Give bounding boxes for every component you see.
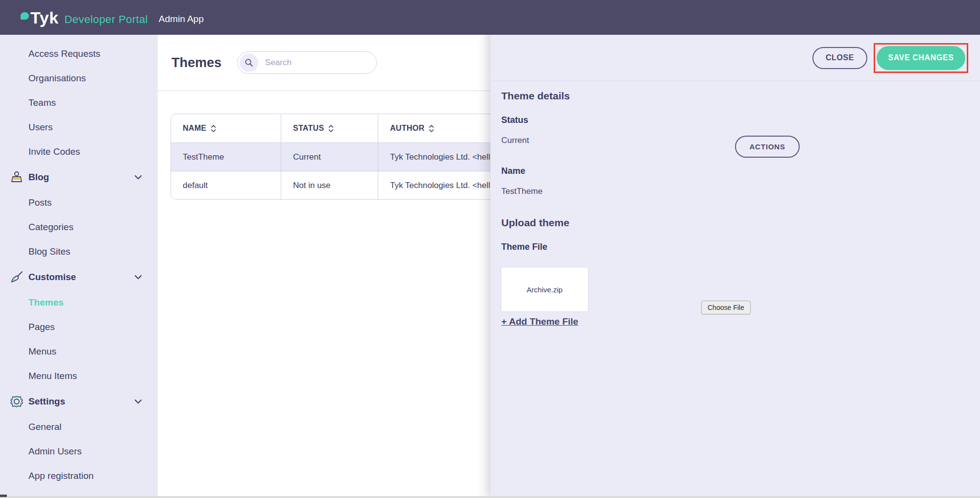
logo-text: Tyk	[30, 9, 59, 26]
sidebar-nav: Access Requests Organisations Teams User…	[0, 35, 158, 496]
theme-file-box[interactable]: Archive.zip	[501, 267, 588, 312]
tyk-logo: Tyk	[21, 9, 59, 26]
status-value: Current	[501, 136, 529, 145]
table-row-default-status[interactable]: Not in use	[281, 171, 378, 199]
gear-icon	[9, 394, 24, 409]
sidebar-section-settings[interactable]: Settings	[0, 388, 158, 415]
sidebar-section-customise[interactable]: Customise	[0, 264, 158, 290]
sidebar-item-access-requests[interactable]: Access Requests	[0, 42, 158, 66]
sidebar-item-users[interactable]: Users	[0, 115, 158, 140]
sidebar-item-app-registration[interactable]: App registration	[0, 464, 158, 488]
sidebar-item-menus[interactable]: Menus	[0, 339, 158, 364]
top-navbar: Tyk Developer Portal Admin App	[0, 0, 980, 35]
sidebar-item-blog-sites[interactable]: Blog Sites	[0, 239, 158, 264]
edit-themes-drawer: Edit Themes	[490, 0, 980, 498]
theme-file-name: Archive.zip	[527, 285, 563, 294]
table-row-testtheme-status[interactable]: Current	[281, 142, 378, 171]
name-label: Name	[501, 166, 525, 176]
search-input[interactable]	[265, 58, 363, 68]
status-label: Status	[501, 115, 528, 125]
app-label: Admin App	[159, 14, 204, 24]
add-theme-file-link[interactable]: + Add Theme File	[501, 316, 578, 327]
table-header-name[interactable]: NAME	[171, 114, 281, 142]
sort-icon	[428, 124, 435, 133]
bottom-scrollbar-track[interactable]	[0, 496, 980, 498]
sidebar-item-teams[interactable]: Teams	[0, 91, 158, 115]
sort-icon	[210, 124, 217, 133]
table-header-status[interactable]: STATUS	[281, 114, 378, 142]
sidebar-item-general[interactable]: General	[0, 415, 158, 439]
paintbrush-icon	[9, 269, 24, 285]
sidebar-item-invite-codes[interactable]: Invite Codes	[0, 140, 158, 164]
theme-file-label: Theme File	[501, 242, 547, 252]
theme-details-heading: Theme details	[501, 90, 570, 102]
chevron-down-icon	[134, 175, 142, 180]
sidebar-item-menu-items[interactable]: Menu Items	[0, 364, 158, 388]
search-icon	[240, 53, 258, 72]
table-row-default-name[interactable]: default	[171, 171, 281, 199]
sort-icon	[328, 124, 334, 133]
drawer-body: Theme details Status Current ACTIONS Nam…	[490, 81, 980, 498]
sidebar-item-organisations[interactable]: Organisations	[0, 66, 158, 91]
bottom-scrollbar-thumb[interactable]	[0, 495, 7, 497]
save-annotation-highlight: SAVE CHANGES	[874, 43, 968, 73]
search-field[interactable]	[237, 51, 377, 74]
close-button[interactable]: CLOSE	[812, 47, 867, 69]
upload-theme-heading: Upload theme	[501, 217, 569, 229]
page-title: Themes	[172, 55, 221, 71]
drawer-actionbar: CLOSE SAVE CHANGES	[490, 35, 980, 81]
actions-button[interactable]: ACTIONS	[735, 136, 800, 158]
blog-icon	[9, 169, 24, 185]
tyk-leaf-icon	[21, 12, 29, 20]
brand-title: Developer Portal	[65, 13, 148, 26]
name-value: TestTheme	[501, 187, 542, 196]
save-changes-button[interactable]: SAVE CHANGES	[877, 46, 965, 70]
chevron-down-icon	[134, 399, 142, 404]
sidebar-section-blog[interactable]: Blog	[0, 164, 158, 190]
table-row-testtheme-name[interactable]: TestTheme	[171, 142, 281, 171]
sidebar-item-admin-users[interactable]: Admin Users	[0, 439, 158, 464]
sidebar-item-themes[interactable]: Themes	[0, 290, 158, 315]
chevron-down-icon	[134, 275, 142, 280]
sidebar-item-categories[interactable]: Categories	[0, 215, 158, 239]
sidebar-item-pages[interactable]: Pages	[0, 315, 158, 339]
sidebar-item-posts[interactable]: Posts	[0, 190, 158, 215]
choose-file-button[interactable]: Choose File	[701, 301, 751, 314]
